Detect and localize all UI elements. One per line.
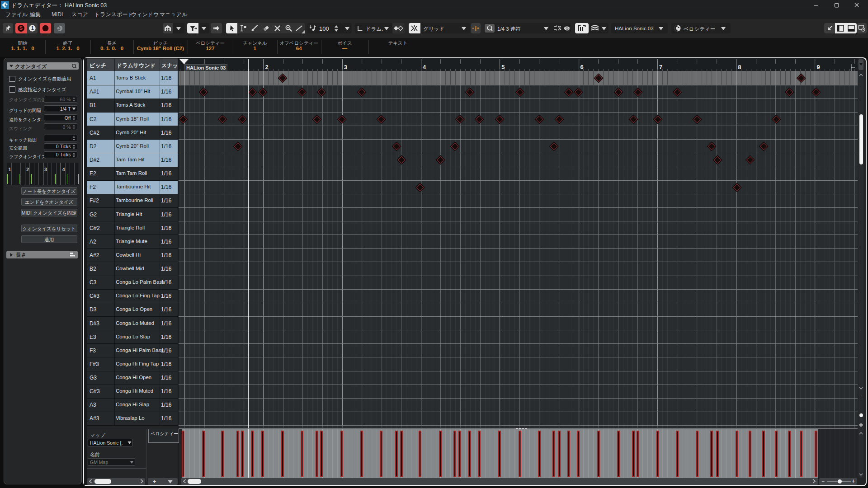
svg-text:S: S — [19, 25, 23, 31]
svg-text:1: 1 — [31, 25, 34, 31]
